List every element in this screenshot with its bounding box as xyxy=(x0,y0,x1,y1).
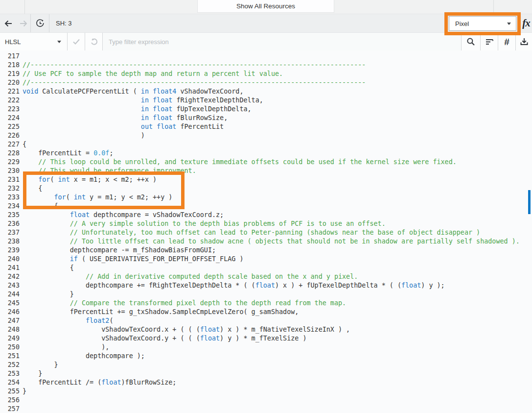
code-text: if ( USE_DERIVATIVES_FOR_DEPTH_OFFSET_FL… xyxy=(23,255,243,264)
line-number: 251 xyxy=(0,352,20,361)
code-line[interactable]: 255} xyxy=(0,387,532,396)
code-line[interactable]: 225 out float fPercentLit xyxy=(0,122,532,131)
code-line[interactable]: 220//-----------------------------------… xyxy=(0,78,532,87)
code-line[interactable]: 237 // Unfortunately, too much offset ca… xyxy=(0,228,532,237)
shader-code-editor[interactable]: 217218//--------------------------------… xyxy=(0,50,532,413)
apply-filter-button[interactable] xyxy=(68,33,85,50)
code-line[interactable]: 222 in float fRightTexelDepthDelta, xyxy=(0,96,532,105)
line-number: 234 xyxy=(0,202,20,211)
line-number: 218 xyxy=(0,61,20,70)
line-number: 246 xyxy=(0,308,20,316)
undo-icon xyxy=(90,37,98,46)
line-number: 245 xyxy=(0,299,20,308)
code-line[interactable]: 250 ), xyxy=(0,343,532,352)
code-line[interactable]: 241 { xyxy=(0,264,532,272)
search-button[interactable] xyxy=(462,33,480,50)
back-arrow-icon xyxy=(3,19,13,28)
shader-stage-dropdown[interactable]: Pixel xyxy=(449,16,516,31)
code-line[interactable]: 245 // Compare the transformed pixel dep… xyxy=(0,299,532,308)
code-line[interactable]: 230 // This would be performance improvm… xyxy=(0,167,532,175)
code-line[interactable]: 243 depthcompare += fRightTexelDepthDelt… xyxy=(0,281,532,290)
line-number: 243 xyxy=(0,281,20,290)
line-number: 230 xyxy=(0,167,20,175)
code-line[interactable]: 234 { xyxy=(0,202,532,211)
code-line[interactable]: 240 if ( USE_DERIVATIVES_FOR_DEPTH_OFFSE… xyxy=(0,255,532,264)
code-line[interactable]: 254 fPercentLit /= (float)fBlurRowSize; xyxy=(0,378,532,387)
code-line[interactable]: 249 vShadowTexCoord.y + ( ( (float) y ) … xyxy=(0,334,532,343)
annotation-box-pixel-dropdown: Pixel xyxy=(444,12,521,35)
code-line[interactable]: 227{ xyxy=(0,140,532,149)
line-number: 229 xyxy=(0,158,20,167)
code-line[interactable]: 229 // This loop could be unrolled, and … xyxy=(0,158,532,167)
code-line[interactable]: 235 float depthcompare = vShadowTexCoord… xyxy=(0,211,532,219)
code-text: //--------------------------------------… xyxy=(23,61,366,70)
code-line[interactable]: 231 for( int x = m1; x < m2; ++x ) xyxy=(0,175,532,184)
scrollbar-thumb[interactable] xyxy=(528,190,531,214)
code-text: { xyxy=(23,202,58,211)
code-line[interactable]: 244 } xyxy=(0,290,532,299)
history-button[interactable] xyxy=(31,14,49,32)
line-number: 219 xyxy=(0,70,20,78)
sort-lines-button[interactable] xyxy=(481,33,498,50)
line-number: 222 xyxy=(0,96,20,105)
code-line[interactable]: 238 // Too little offset can lead to sha… xyxy=(0,237,532,246)
line-number: 232 xyxy=(0,184,20,193)
code-text: } xyxy=(23,369,42,378)
code-text: // Too little offset can lead to shadow … xyxy=(23,237,520,246)
line-number: 250 xyxy=(0,343,20,352)
code-line[interactable]: 233 for( int y = m1; y < m2; ++y ) xyxy=(0,193,532,202)
code-line[interactable]: 217 xyxy=(0,52,532,61)
code-line[interactable]: 239 depthcompare -= m_fShadowBiasFromGUI… xyxy=(0,246,532,255)
code-text: // This loop could be unrolled, and text… xyxy=(23,158,457,167)
hash-icon: # xyxy=(504,37,509,47)
code-line[interactable]: 218//-----------------------------------… xyxy=(0,61,532,70)
sort-lines-icon xyxy=(485,37,494,47)
code-line[interactable]: 253 } xyxy=(0,369,532,378)
fx-icon: fx xyxy=(522,18,530,28)
code-line[interactable]: 224 in float fBlurRowSize, xyxy=(0,114,532,122)
code-line[interactable]: 251 depthcompare ); xyxy=(0,352,532,361)
code-line[interactable]: 256 xyxy=(0,396,532,405)
download-icon xyxy=(519,37,529,47)
code-text: in float fRightTexelDepthDelta, xyxy=(23,96,263,105)
line-number: 238 xyxy=(0,237,20,246)
line-number: 227 xyxy=(0,140,20,149)
code-line[interactable]: 226 ) xyxy=(0,131,532,140)
export-button[interactable] xyxy=(516,33,532,50)
code-text: // Unfortunately, too much offset can le… xyxy=(23,228,480,237)
code-line[interactable]: 221void CalculatePCFPercentLit ( in floa… xyxy=(0,87,532,96)
back-button[interactable] xyxy=(0,14,16,32)
filter-input-wrap xyxy=(103,33,461,50)
code-line[interactable]: 219// Use PCF to sample the depth map an… xyxy=(0,70,532,78)
language-dropdown[interactable]: HLSL xyxy=(0,33,67,50)
code-text: for( int y = m1; y < m2; ++y ) xyxy=(23,193,172,202)
code-text: depthcompare ); xyxy=(23,352,145,361)
line-number: 223 xyxy=(0,105,20,114)
code-text: in float fBlurRowSize, xyxy=(23,114,228,122)
code-line[interactable]: 232 { xyxy=(0,184,532,193)
code-line[interactable]: 247 float2( xyxy=(0,316,532,325)
code-line[interactable]: 236 // A very simple solution to the dep… xyxy=(0,219,532,228)
show-all-resources-button[interactable]: Show All Resources xyxy=(197,0,334,13)
filter-expression-input[interactable] xyxy=(103,33,461,50)
code-text: ) xyxy=(23,131,145,140)
code-text: in float fUpTexelDepthDelta, xyxy=(23,105,252,114)
code-line[interactable]: 252 } xyxy=(0,361,532,369)
fx-button[interactable]: fx xyxy=(520,14,532,32)
code-text: } xyxy=(23,290,74,299)
code-lines: 217218//--------------------------------… xyxy=(0,52,532,413)
line-number: 239 xyxy=(0,246,20,255)
code-line[interactable]: 246 fPercentLit += g_txShadow.SampleCmpL… xyxy=(0,308,532,316)
code-line[interactable]: 223 in float fUpTexelDepthDelta, xyxy=(0,105,532,114)
history-clock-icon xyxy=(35,19,45,28)
reset-filter-button[interactable] xyxy=(85,33,102,50)
forward-button[interactable] xyxy=(16,14,30,32)
line-number: 224 xyxy=(0,114,20,122)
line-numbers-button[interactable]: # xyxy=(498,33,515,50)
line-number: 248 xyxy=(0,325,20,334)
code-line[interactable]: 228 fPercentLit = 0.0f; xyxy=(0,149,532,158)
code-line[interactable]: 257 xyxy=(0,405,532,413)
code-line[interactable]: 248 vShadowTexCoord.x + ( ( (float) x ) … xyxy=(0,325,532,334)
shader-stage-value: Pixel xyxy=(455,20,469,27)
code-line[interactable]: 242 // Add in derivative computed depth … xyxy=(0,272,532,281)
